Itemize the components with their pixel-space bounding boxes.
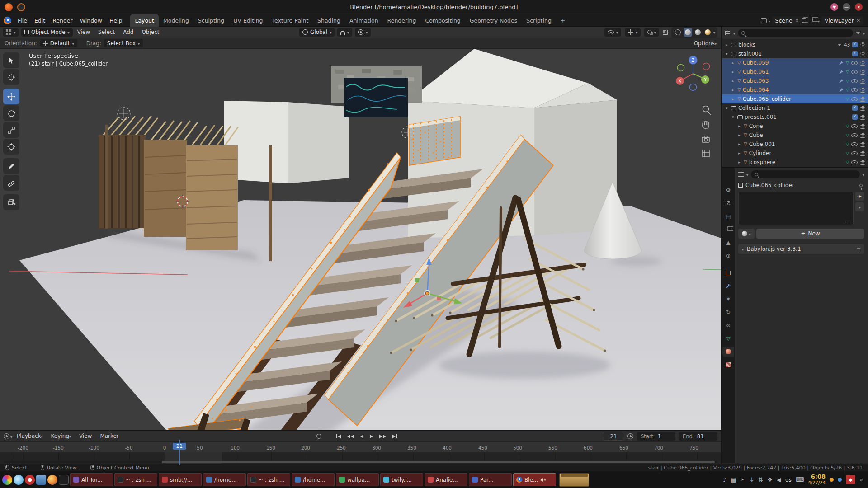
menu-render[interactable]: Render <box>49 14 76 27</box>
tab-texture[interactable] <box>722 360 734 370</box>
jump-to-end-button[interactable] <box>391 432 398 440</box>
modifier-wrench-icon[interactable] <box>839 88 844 93</box>
taskbar-window-7[interactable]: wallpa... <box>336 473 379 486</box>
tab-texture-paint[interactable]: Texture Paint <box>267 14 313 27</box>
taskbar-window-3[interactable]: smb://... <box>159 473 202 486</box>
clock[interactable]: 6:08 4/27/24 <box>808 474 826 485</box>
gizmo-z-axis[interactable]: Z <box>692 58 695 63</box>
playhead-label[interactable]: 21 <box>173 443 186 450</box>
tab-material[interactable] <box>722 347 734 357</box>
tool-cursor[interactable] <box>3 69 19 85</box>
new-material-button[interactable]: + New <box>756 229 864 239</box>
launcher-terminal-icon[interactable] <box>59 475 69 485</box>
eye-icon[interactable] <box>851 88 858 92</box>
camera-visibility-icon[interactable] <box>860 152 865 156</box>
menu-marker[interactable]: Marker <box>96 430 122 442</box>
menu-object[interactable]: Object <box>138 26 163 38</box>
window-close-button[interactable]: ✕ <box>855 3 863 11</box>
alert-badge[interactable]: ◆ <box>846 475 855 484</box>
notification-icon[interactable] <box>830 478 834 482</box>
transform-orientation-dropdown[interactable]: Global <box>299 28 335 37</box>
browse-material-button[interactable] <box>738 229 755 239</box>
chevron-down-icon[interactable] <box>746 171 748 178</box>
expand-arrow[interactable]: ▸ <box>732 61 737 65</box>
mesh-data-icon[interactable]: ▽ <box>846 88 849 92</box>
close-icon[interactable]: ✕ <box>857 18 860 23</box>
blender-logo-icon[interactable] <box>4 17 11 24</box>
mesh-data-icon[interactable]: ▽ <box>846 151 849 155</box>
launcher-media-icon[interactable] <box>25 475 35 485</box>
chevron-down-icon[interactable] <box>10 433 12 440</box>
mesh-data-icon[interactable]: ▽ <box>846 133 849 137</box>
tab-modeling[interactable]: Modeling <box>159 14 193 27</box>
timeline-scrollbar[interactable] <box>4 461 717 463</box>
chevron-down-icon[interactable] <box>769 17 770 24</box>
outliner-row-cylinder[interactable]: ▸ ▽ Cylinder ▽ <box>722 149 868 158</box>
camera-visibility-icon[interactable] <box>860 107 865 111</box>
scene-browse-icon[interactable] <box>761 18 767 23</box>
new-scene-icon[interactable] <box>802 18 806 23</box>
end-frame-field[interactable]: End81 <box>679 432 717 441</box>
menu-file[interactable]: File <box>14 14 31 27</box>
launcher-browser-icon[interactable] <box>47 475 57 485</box>
tab-tool[interactable]: ⚙ <box>722 185 734 195</box>
babylon-section-header[interactable]: Babylon.js ver 3.3.1 ≡ <box>738 244 864 254</box>
expand-arrow[interactable]: ▸ <box>726 42 731 47</box>
tab-rendering[interactable]: Rendering <box>383 14 421 27</box>
mesh-data-icon[interactable]: ▽ <box>846 70 849 74</box>
tab-object[interactable] <box>722 268 734 278</box>
camera-visibility-icon[interactable] <box>860 116 865 120</box>
outliner-row-blocks[interactable]: ▸ blocks 43 <box>722 40 868 49</box>
window-minimize-button[interactable]: — <box>843 3 850 11</box>
proportional-editing-dropdown[interactable] <box>355 28 371 37</box>
eye-icon[interactable] <box>851 61 858 65</box>
mesh-data-icon[interactable]: ▽ <box>846 124 849 128</box>
auto-keying-toggle[interactable] <box>316 434 321 439</box>
menu-add[interactable]: Add <box>119 26 137 38</box>
tab-scripting[interactable]: Scripting <box>522 14 556 27</box>
eye-icon[interactable] <box>851 151 858 155</box>
expand-arrow[interactable]: ▸ <box>732 97 737 101</box>
menu-playback[interactable]: Playback <box>13 430 47 443</box>
tab-output[interactable]: ▤ <box>722 211 734 221</box>
expand-arrow[interactable]: ▸ <box>732 70 737 74</box>
gizmo-y-axis[interactable]: Y <box>703 77 707 82</box>
properties-search-input[interactable] <box>751 170 860 178</box>
filter-icon[interactable] <box>856 32 860 37</box>
graffiti-panel-object[interactable] <box>344 78 408 117</box>
menu-help[interactable]: Help <box>106 14 126 27</box>
eye-icon[interactable] <box>851 133 858 137</box>
viewlayer-selector[interactable]: ViewLayer ✕ <box>821 16 863 25</box>
scrollbar-thumb[interactable] <box>162 461 715 463</box>
shading-material-button[interactable] <box>693 28 702 37</box>
building-left-object[interactable] <box>224 101 349 183</box>
outliner-row-cone[interactable]: ▸ ▽ Cone ▽ <box>722 122 868 131</box>
outliner-row-collection1[interactable]: ▾ Collection 1 <box>722 103 868 113</box>
keyboard-layout-indicator[interactable]: us <box>785 477 792 483</box>
material-slot-list[interactable]: ∷∷ <box>738 192 854 225</box>
eye-icon[interactable] <box>851 79 858 83</box>
start-frame-field[interactable]: Start1 <box>637 432 675 441</box>
tab-particles[interactable]: ✶ <box>722 294 734 304</box>
taskbar-window-5[interactable]: ~ : zsh ... <box>247 473 290 486</box>
tool-move[interactable] <box>3 89 19 104</box>
eye-icon[interactable] <box>851 142 858 146</box>
tab-render[interactable] <box>722 198 734 208</box>
current-frame-field[interactable]: 21 <box>603 432 624 441</box>
collection-checkbox[interactable] <box>852 114 858 120</box>
chevron-down-icon[interactable] <box>733 30 735 36</box>
expand-arrow[interactable]: ▾ <box>732 115 737 119</box>
xray-toggle[interactable] <box>663 30 668 35</box>
scissors-icon[interactable]: ✂ <box>740 477 745 483</box>
mesh-data-icon[interactable]: ▽ <box>846 97 849 101</box>
eye-icon[interactable] <box>851 124 858 128</box>
taskbar-window-8[interactable]: twily.i... <box>380 473 423 486</box>
gizmos-dropdown[interactable] <box>625 28 641 37</box>
outliner-row-cube059[interactable]: ▸ ▽ Cube.059 ▽ <box>722 58 868 67</box>
taskbar-window-4[interactable]: /home... <box>203 473 246 486</box>
expand-arrow[interactable]: ▸ <box>738 151 744 155</box>
outliner-row-icosphere[interactable]: ▸ ▽ Icosphere ▽ <box>722 158 868 167</box>
eye-icon[interactable] <box>851 97 858 101</box>
camera-visibility-icon[interactable] <box>860 134 865 138</box>
timeline-ruler[interactable]: -200 -150 -100 -50 0 50 100 150 200 250 … <box>0 442 721 452</box>
